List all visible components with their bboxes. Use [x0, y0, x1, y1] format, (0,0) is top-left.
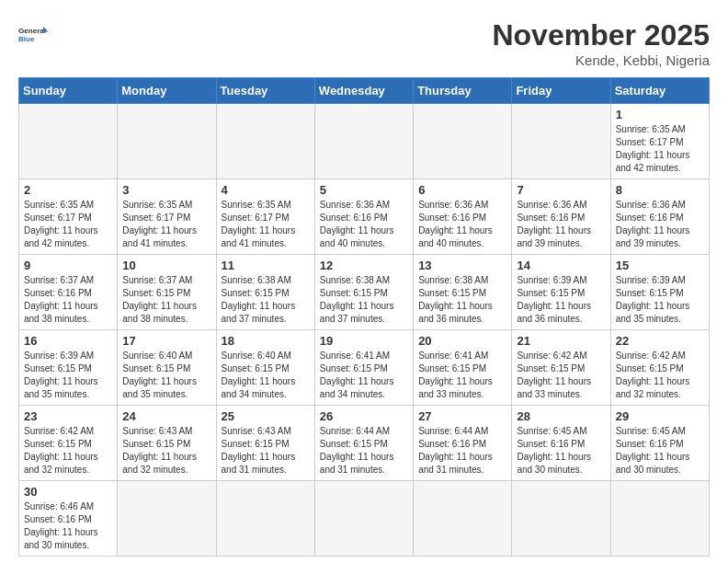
svg-text:General: General: [18, 27, 46, 35]
table-row: 25Sunrise: 6:43 AM Sunset: 6:15 PM Dayli…: [216, 406, 314, 481]
day-number: 24: [122, 409, 210, 423]
day-info: Sunrise: 6:35 AM Sunset: 6:17 PM Dayligh…: [222, 199, 310, 250]
day-info: Sunrise: 6:45 AM Sunset: 6:16 PM Dayligh…: [616, 425, 704, 477]
table-row: 11Sunrise: 6:38 AM Sunset: 6:15 PM Dayli…: [216, 255, 314, 330]
table-row: 7Sunrise: 6:36 AM Sunset: 6:16 PM Daylig…: [512, 179, 610, 255]
header-wednesday: Wednesday: [314, 78, 413, 104]
header-sunday: Sunday: [19, 78, 118, 104]
table-row: 3Sunrise: 6:35 AM Sunset: 6:17 PM Daylig…: [118, 179, 216, 255]
table-row: [118, 104, 216, 179]
table-row: 10Sunrise: 6:37 AM Sunset: 6:15 PM Dayli…: [118, 255, 216, 330]
logo: GeneralBlue: [18, 18, 51, 52]
day-info: Sunrise: 6:43 AM Sunset: 6:15 PM Dayligh…: [122, 425, 210, 477]
day-info: Sunrise: 6:39 AM Sunset: 6:15 PM Dayligh…: [616, 274, 704, 326]
day-info: Sunrise: 6:39 AM Sunset: 6:15 PM Dayligh…: [517, 274, 605, 326]
day-number: 29: [616, 409, 704, 423]
day-number: 11: [222, 259, 310, 272]
table-row: [314, 481, 413, 557]
day-info: Sunrise: 6:42 AM Sunset: 6:15 PM Dayligh…: [616, 350, 704, 401]
day-info: Sunrise: 6:36 AM Sunset: 6:16 PM Dayligh…: [418, 199, 506, 250]
table-row: [314, 104, 413, 179]
table-row: 15Sunrise: 6:39 AM Sunset: 6:15 PM Dayli…: [610, 255, 709, 330]
day-info: Sunrise: 6:36 AM Sunset: 6:16 PM Dayligh…: [517, 199, 605, 250]
table-row: 22Sunrise: 6:42 AM Sunset: 6:15 PM Dayli…: [610, 330, 709, 406]
day-info: Sunrise: 6:43 AM Sunset: 6:15 PM Dayligh…: [222, 425, 310, 477]
day-number: 18: [222, 334, 310, 348]
day-info: Sunrise: 6:38 AM Sunset: 6:15 PM Dayligh…: [320, 274, 408, 326]
day-number: 10: [122, 259, 210, 272]
day-info: Sunrise: 6:41 AM Sunset: 6:15 PM Dayligh…: [418, 350, 506, 401]
day-info: Sunrise: 6:40 AM Sunset: 6:15 PM Dayligh…: [122, 350, 210, 401]
table-row: 1Sunrise: 6:35 AM Sunset: 6:17 PM Daylig…: [610, 104, 709, 179]
day-info: Sunrise: 6:41 AM Sunset: 6:15 PM Dayligh…: [320, 350, 408, 401]
day-number: 12: [320, 259, 408, 272]
table-row: 21Sunrise: 6:42 AM Sunset: 6:15 PM Dayli…: [512, 330, 610, 406]
day-number: 4: [222, 183, 310, 197]
day-number: 25: [222, 409, 310, 423]
table-row: 13Sunrise: 6:38 AM Sunset: 6:15 PM Dayli…: [414, 255, 512, 330]
table-row: 28Sunrise: 6:45 AM Sunset: 6:16 PM Dayli…: [512, 406, 610, 481]
day-info: Sunrise: 6:46 AM Sunset: 6:16 PM Dayligh…: [24, 500, 112, 552]
table-row: 19Sunrise: 6:41 AM Sunset: 6:15 PM Dayli…: [314, 330, 413, 406]
calendar-table: Sunday Monday Tuesday Wednesday Thursday…: [18, 77, 710, 557]
table-row: 2Sunrise: 6:35 AM Sunset: 6:17 PM Daylig…: [19, 179, 118, 255]
header-saturday: Saturday: [610, 78, 709, 104]
day-number: 13: [418, 259, 506, 272]
day-info: Sunrise: 6:45 AM Sunset: 6:16 PM Dayligh…: [517, 425, 605, 477]
header-thursday: Thursday: [414, 78, 512, 104]
svg-text:Blue: Blue: [18, 35, 35, 43]
table-row: 18Sunrise: 6:40 AM Sunset: 6:15 PM Dayli…: [216, 330, 314, 406]
table-row: 5Sunrise: 6:36 AM Sunset: 6:16 PM Daylig…: [314, 179, 413, 255]
day-info: Sunrise: 6:36 AM Sunset: 6:16 PM Dayligh…: [320, 199, 408, 250]
day-number: 21: [517, 334, 605, 348]
table-row: [216, 104, 314, 179]
table-row: 4Sunrise: 6:35 AM Sunset: 6:17 PM Daylig…: [216, 179, 314, 255]
table-row: 27Sunrise: 6:44 AM Sunset: 6:16 PM Dayli…: [414, 406, 512, 481]
header-friday: Friday: [512, 78, 610, 104]
header-monday: Monday: [118, 78, 216, 104]
header-tuesday: Tuesday: [216, 78, 314, 104]
day-number: 26: [320, 409, 408, 423]
table-row: 30Sunrise: 6:46 AM Sunset: 6:16 PM Dayli…: [19, 481, 118, 557]
day-info: Sunrise: 6:36 AM Sunset: 6:16 PM Dayligh…: [616, 199, 704, 250]
day-info: Sunrise: 6:38 AM Sunset: 6:15 PM Dayligh…: [418, 274, 506, 326]
title-area: November 2025 Kende, Kebbi, Nigeria: [492, 18, 710, 68]
day-info: Sunrise: 6:35 AM Sunset: 6:17 PM Dayligh…: [122, 199, 210, 250]
table-row: 17Sunrise: 6:40 AM Sunset: 6:15 PM Dayli…: [118, 330, 216, 406]
day-number: 5: [320, 183, 408, 197]
day-number: 23: [24, 409, 112, 423]
day-number: 27: [418, 409, 506, 423]
day-info: Sunrise: 6:35 AM Sunset: 6:17 PM Dayligh…: [616, 123, 704, 175]
table-row: [414, 104, 512, 179]
table-row: 6Sunrise: 6:36 AM Sunset: 6:16 PM Daylig…: [414, 179, 512, 255]
table-row: 16Sunrise: 6:39 AM Sunset: 6:15 PM Dayli…: [19, 330, 118, 406]
day-number: 3: [122, 183, 210, 197]
day-info: Sunrise: 6:42 AM Sunset: 6:15 PM Dayligh…: [517, 350, 605, 401]
day-number: 9: [24, 259, 112, 272]
table-row: 23Sunrise: 6:42 AM Sunset: 6:15 PM Dayli…: [19, 406, 118, 481]
table-row: 20Sunrise: 6:41 AM Sunset: 6:15 PM Dayli…: [414, 330, 512, 406]
day-info: Sunrise: 6:37 AM Sunset: 6:15 PM Dayligh…: [122, 274, 210, 326]
table-row: 8Sunrise: 6:36 AM Sunset: 6:16 PM Daylig…: [610, 179, 709, 255]
month-title: November 2025: [492, 18, 710, 52]
day-number: 8: [616, 183, 704, 197]
day-number: 14: [517, 259, 605, 272]
day-info: Sunrise: 6:42 AM Sunset: 6:15 PM Dayligh…: [24, 425, 112, 477]
table-row: 24Sunrise: 6:43 AM Sunset: 6:15 PM Dayli…: [118, 406, 216, 481]
page-header: GeneralBlue November 2025 Kende, Kebbi, …: [18, 18, 710, 68]
table-row: 29Sunrise: 6:45 AM Sunset: 6:16 PM Dayli…: [610, 406, 709, 481]
day-number: 16: [24, 334, 112, 348]
day-number: 30: [24, 485, 112, 499]
day-number: 20: [418, 334, 506, 348]
table-row: 14Sunrise: 6:39 AM Sunset: 6:15 PM Dayli…: [512, 255, 610, 330]
table-row: [216, 481, 314, 557]
day-info: Sunrise: 6:44 AM Sunset: 6:16 PM Dayligh…: [418, 425, 506, 477]
logo-icon: GeneralBlue: [18, 18, 51, 52]
day-info: Sunrise: 6:37 AM Sunset: 6:16 PM Dayligh…: [24, 274, 112, 326]
location: Kende, Kebbi, Nigeria: [492, 52, 710, 68]
table-row: [414, 481, 512, 557]
day-number: 2: [24, 183, 112, 197]
day-number: 19: [320, 334, 408, 348]
day-info: Sunrise: 6:35 AM Sunset: 6:17 PM Dayligh…: [24, 199, 112, 250]
day-number: 6: [418, 183, 506, 197]
